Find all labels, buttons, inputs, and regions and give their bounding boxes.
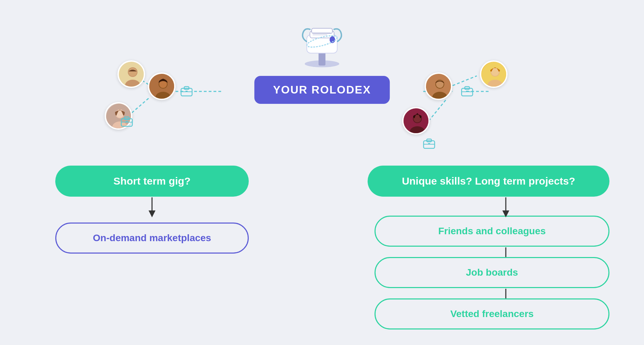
briefcase-right-woman [422, 135, 437, 150]
job-boards-label: Job boards [466, 267, 518, 278]
svg-marker-9 [149, 210, 155, 217]
avatar-right-woman-far [480, 60, 508, 88]
rolodex-label: YOUR ROLODEX [273, 83, 371, 96]
svg-point-28 [129, 68, 137, 76]
avatar-left-man-far [117, 60, 145, 88]
briefcase-left-woman [119, 113, 134, 128]
unique-skills-label: Unique skills? Long term projects? [402, 175, 575, 187]
briefcase-right-mid [460, 83, 475, 98]
vetted-freelancers-label: Vetted freelancers [450, 308, 533, 319]
vetted-freelancers-box: Vetted freelancers [375, 298, 609, 329]
short-term-gig-label: Short term gig? [113, 175, 190, 187]
rolodex-illustration [300, 21, 344, 69]
briefcase-left-mid [179, 83, 194, 98]
job-boards-box: Job boards [375, 257, 609, 288]
main-canvas: YOUR ROLODEX [0, 0, 644, 345]
avatar-right-man [425, 72, 452, 100]
friends-colleagues-label: Friends and colleagues [438, 226, 546, 237]
avatar-left-man-mid [148, 72, 176, 100]
rolodex-box: YOUR ROLODEX [254, 76, 390, 104]
ondemand-marketplaces-box: On-demand marketplaces [55, 223, 249, 254]
friends-colleagues-box: Friends and colleagues [375, 216, 609, 247]
short-term-gig-box: Short term gig? [55, 166, 249, 197]
ondemand-marketplaces-label: On-demand marketplaces [93, 233, 211, 244]
avatar-right-woman-dark [402, 107, 430, 135]
unique-skills-box: Unique skills? Long term projects? [368, 166, 609, 197]
